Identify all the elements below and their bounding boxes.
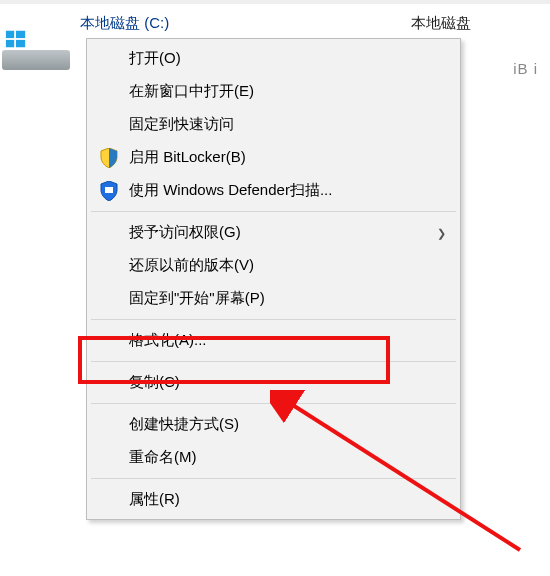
menu-bitlocker[interactable]: 启用 BitLocker(B) (89, 141, 458, 174)
menu-grant-access[interactable]: 授予访问权限(G) ❯ (89, 216, 458, 249)
menu-pin-quick-access[interactable]: 固定到快速访问 (89, 108, 458, 141)
windows-logo-icon (5, 28, 27, 50)
menu-separator (91, 361, 456, 362)
menu-format[interactable]: 格式化(A)... (89, 324, 458, 357)
svg-rect-4 (105, 187, 113, 193)
shield-blue-icon (99, 181, 119, 201)
drive-other-label: 本地磁盘 (405, 12, 481, 35)
drive-other[interactable]: 本地磁盘 (401, 8, 489, 39)
menu-restore-previous[interactable]: 还原以前的版本(V) (89, 249, 458, 282)
drive-icon (2, 50, 70, 70)
menu-open-new-window[interactable]: 在新窗口中打开(E) (89, 75, 458, 108)
menu-separator (91, 319, 456, 320)
menu-defender-scan[interactable]: 使用 Windows Defender扫描... (89, 174, 458, 207)
svg-rect-3 (16, 40, 25, 47)
svg-rect-1 (16, 31, 25, 38)
svg-rect-0 (6, 31, 14, 38)
context-menu: 打开(O) 在新窗口中打开(E) 固定到快速访问 启用 BitLocker(B)… (86, 38, 461, 520)
submenu-arrow-icon: ❯ (437, 226, 446, 239)
menu-pin-start[interactable]: 固定到"开始"屏幕(P) (89, 282, 458, 315)
partial-cut-text: iB i (513, 60, 538, 77)
menu-copy[interactable]: 复制(C) (89, 366, 458, 399)
drive-row: 本地磁盘 (C:) 本地磁盘 (0, 4, 550, 39)
menu-separator (91, 211, 456, 212)
svg-rect-2 (6, 40, 14, 47)
menu-separator (91, 478, 456, 479)
drive-c-label: 本地磁盘 (C:) (74, 12, 179, 35)
drive-c[interactable]: 本地磁盘 (C:) (70, 8, 187, 39)
menu-properties[interactable]: 属性(R) (89, 483, 458, 516)
menu-open[interactable]: 打开(O) (89, 42, 458, 75)
menu-rename[interactable]: 重命名(M) (89, 441, 458, 474)
shield-yellow-icon (99, 148, 119, 168)
menu-create-shortcut[interactable]: 创建快捷方式(S) (89, 408, 458, 441)
menu-separator (91, 403, 456, 404)
